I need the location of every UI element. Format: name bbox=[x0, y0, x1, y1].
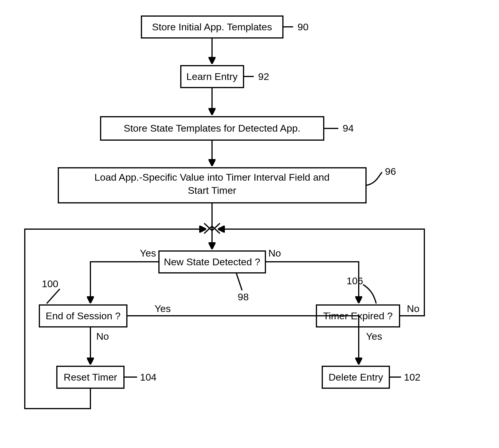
edge-label-yes: Yes bbox=[140, 247, 156, 259]
ref-label: 98 bbox=[238, 291, 249, 302]
ref-label: 106 bbox=[346, 275, 363, 286]
ref-label: 100 bbox=[42, 278, 58, 289]
box-label: Learn Entry bbox=[186, 71, 238, 82]
edge-label-no: No bbox=[407, 303, 419, 314]
flowchart-canvas: Store Initial App. Templates 90 Learn En… bbox=[0, 0, 499, 448]
box-store-state-templates: Store State Templates for Detected App. … bbox=[101, 117, 354, 140]
box-label: Reset Timer bbox=[64, 372, 117, 383]
box-label: End of Session ? bbox=[45, 310, 120, 321]
edge-label-no: No bbox=[268, 247, 281, 259]
ref-label: 92 bbox=[258, 71, 269, 82]
edge-label-yes: Yes bbox=[155, 303, 171, 314]
box-label: Delete Entry bbox=[328, 372, 383, 383]
box-learn-entry: Learn Entry 92 bbox=[181, 66, 269, 88]
ref-label: 102 bbox=[404, 372, 421, 383]
arrow bbox=[90, 262, 159, 302]
box-new-state-detected: New State Detected ? 98 bbox=[159, 251, 265, 302]
ref-label: 96 bbox=[385, 166, 396, 177]
box-load-timer-value: Load App.-Specific Value into Timer Inte… bbox=[58, 166, 396, 203]
box-delete-entry: Delete Entry 102 bbox=[322, 366, 421, 388]
box-timer-expired: Timer Expired ? 106 bbox=[316, 275, 400, 327]
box-label: Store State Templates for Detected App. bbox=[124, 123, 300, 134]
arrow bbox=[265, 262, 359, 302]
box-label-line1: Load App.-Specific Value into Timer Inte… bbox=[94, 172, 330, 183]
box-reset-timer: Reset Timer 104 bbox=[57, 366, 157, 388]
ref-label: 90 bbox=[297, 21, 309, 32]
box-end-of-session: End of Session ? 100 bbox=[39, 278, 127, 327]
box-label-line2: Start Timer bbox=[188, 185, 236, 196]
box-label: New State Detected ? bbox=[164, 256, 260, 267]
edge-label-no: No bbox=[96, 331, 109, 342]
ref-label: 94 bbox=[343, 123, 354, 134]
box-label: Store Initial App. Templates bbox=[152, 21, 272, 32]
ref-label: 104 bbox=[140, 372, 157, 383]
box-store-initial-templates: Store Initial App. Templates 90 bbox=[141, 16, 309, 38]
edge-label-yes: Yes bbox=[366, 331, 382, 342]
